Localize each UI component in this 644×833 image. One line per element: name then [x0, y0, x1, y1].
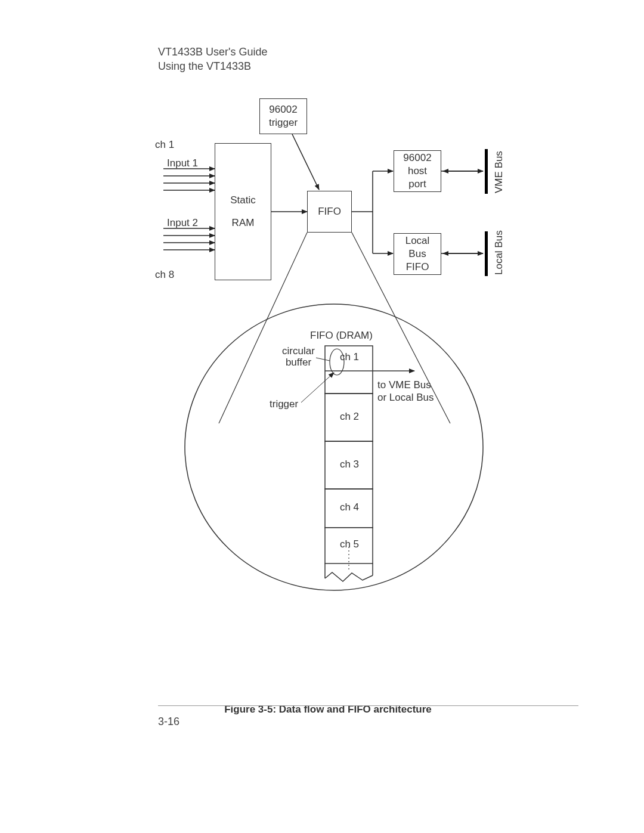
circular-buffer-label: circular buffer [279, 346, 318, 368]
diagram-lines [137, 92, 519, 602]
header-line1: VT1433B User's Guide [158, 45, 268, 59]
to-bus-label: to VME Bus or Local Bus [377, 379, 434, 404]
dram-seg-2: ch 2 [338, 411, 361, 423]
page-header: VT1433B User's Guide Using the VT1433B [158, 45, 268, 74]
dram-seg-4: ch 4 [338, 501, 361, 513]
dram-seg-3: ch 3 [338, 459, 361, 470]
page-number: 3-16 [158, 716, 179, 728]
header-line2: Using the VT1433B [158, 59, 268, 73]
to-bus-line1: to VME Bus [377, 379, 434, 391]
svg-line-32 [301, 373, 334, 402]
page: VT1433B User's Guide Using the VT1433B 9… [0, 0, 644, 833]
dram-seg-1: ch 1 [338, 351, 361, 363]
architecture-diagram: 96002 trigger ch 1 Input 1 Input 2 ch 8 … [137, 92, 519, 602]
dram-seg-5: ch 5 [338, 538, 361, 550]
dram-trigger-label: trigger [270, 398, 298, 410]
footer-rule [158, 705, 578, 706]
fifo-dram-title: FIFO (DRAM) [310, 330, 373, 342]
to-bus-line2: or Local Bus [377, 391, 434, 404]
svg-line-31 [316, 358, 330, 361]
svg-line-18 [219, 233, 307, 423]
svg-line-9 [292, 134, 319, 190]
